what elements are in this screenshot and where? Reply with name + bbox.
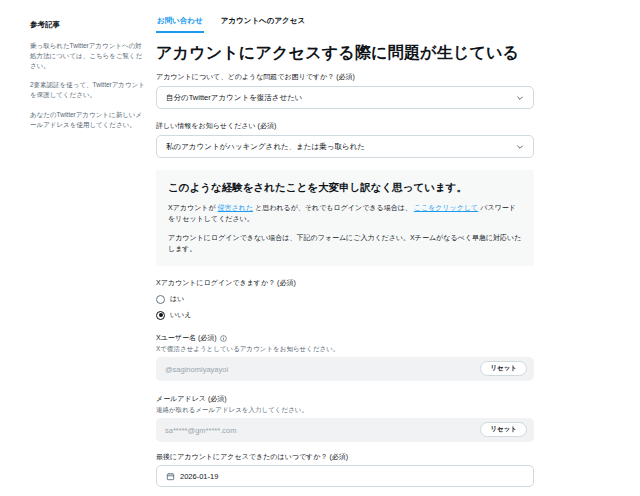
radio-option-no[interactable]: いいえ: [156, 310, 534, 320]
last-access-date-value: 2026-01-19: [180, 472, 218, 481]
email-field-wrap: sa*****@gm*****.com リセット: [156, 418, 534, 442]
issue-select-value: 自分のTwitterアカウントを復活させたい: [166, 93, 303, 103]
notice-paragraph-2: アカウントにログインできない場合は、下記のフォームにご入力ください。Xチームがな…: [168, 233, 522, 255]
chevron-down-icon: [516, 143, 524, 151]
notice-text: と思われるが、それでもログインできる場合は、: [253, 204, 414, 211]
sidebar-title: 参考記事: [30, 20, 148, 30]
username-input[interactable]: @saginomiyayayoi: [156, 357, 534, 381]
login-question-label: Xアカウントにログインできますか？ (必須): [156, 278, 534, 288]
username-field-wrap: @saginomiyayayoi リセット: [156, 357, 534, 381]
issue-select[interactable]: 自分のTwitterアカウントを復活させたい: [156, 86, 534, 109]
email-reset-button[interactable]: リセット: [480, 422, 527, 437]
email-input[interactable]: sa*****@gm*****.com: [156, 418, 534, 442]
email-label: メールアドレス (必須): [156, 394, 534, 404]
email-hint: 連絡が取れるメールアドレスを入力してください。: [156, 406, 534, 415]
page-title: アカウントにアクセスする際に問題が生じている: [156, 43, 534, 64]
username-label: Xユーザー名 (必須): [156, 333, 217, 343]
radio-label: はい: [170, 294, 184, 304]
radio-option-yes[interactable]: はい: [156, 294, 534, 304]
sidebar-article-link: あなたのTwitterアカウントに新しいメールアドレスを使用してください。: [30, 110, 148, 130]
radio-label: いいえ: [170, 310, 192, 320]
detail-select-value: 私のアカウントがハッキングされた、または乗っ取られた: [166, 142, 365, 152]
notice-paragraph-1: Xアカウントが 侵害された と思われるが、それでもログインできる場合は、 ここを…: [168, 203, 522, 225]
apology-notice-box: このような経験をされたことを大変申し訳なく思っています。 Xアカウントが 侵害さ…: [156, 170, 534, 266]
tab-account-access[interactable]: アカウントへのアクセス: [220, 14, 306, 33]
last-access-field-wrap: 2026-01-19: [156, 465, 534, 487]
username-hint: Xで復活させようとしているアカウントをお知らせください。: [156, 345, 534, 354]
sidebar-article-link: 乗っ取られたTwitterアカウントへの対処方法については、こちらをご覧ください…: [30, 41, 148, 70]
notice-text: Xアカウントが: [168, 204, 218, 211]
sidebar-article-link: 2要素認証を使って、Twitterアカウントを保護してください。: [30, 80, 148, 100]
notice-heading: このような経験をされたことを大変申し訳なく思っています。: [168, 181, 522, 195]
detail-select[interactable]: 私のアカウントがハッキングされた、または乗っ取られた: [156, 135, 534, 158]
tab-contact[interactable]: お問い合わせ: [156, 14, 204, 33]
last-access-label: 最後にアカウントにアクセスできたのはいつですか？ (必須): [156, 452, 534, 462]
info-icon[interactable]: [220, 335, 227, 342]
tab-bar: お問い合わせ アカウントへのアクセス: [156, 14, 534, 33]
detail-select-label: 詳しい情報をお知らせください (必須): [156, 121, 534, 131]
radio-circle[interactable]: [156, 295, 165, 304]
main-content: お問い合わせ アカウントへのアクセス アカウントにアクセスする際に問題が生じてい…: [156, 14, 534, 496]
radio-circle[interactable]: [156, 311, 165, 320]
page: 参考記事 乗っ取られたTwitterアカウントへの対処方法については、こちらをご…: [0, 0, 640, 496]
last-access-date-input[interactable]: 2026-01-19: [156, 465, 534, 487]
username-reset-button[interactable]: リセット: [480, 361, 527, 376]
issue-select-label: アカウントについて、どのような問題でお困りですか？ (必須): [156, 72, 534, 82]
reference-sidebar: 参考記事 乗っ取られたTwitterアカウントへの対処方法については、こちらをご…: [30, 14, 148, 496]
reset-password-link[interactable]: ここをクリックして: [414, 204, 478, 211]
chevron-down-icon: [516, 94, 524, 102]
username-label-row: Xユーザー名 (必須): [156, 333, 534, 343]
compromised-link[interactable]: 侵害された: [218, 204, 254, 211]
calendar-icon: [166, 472, 175, 481]
